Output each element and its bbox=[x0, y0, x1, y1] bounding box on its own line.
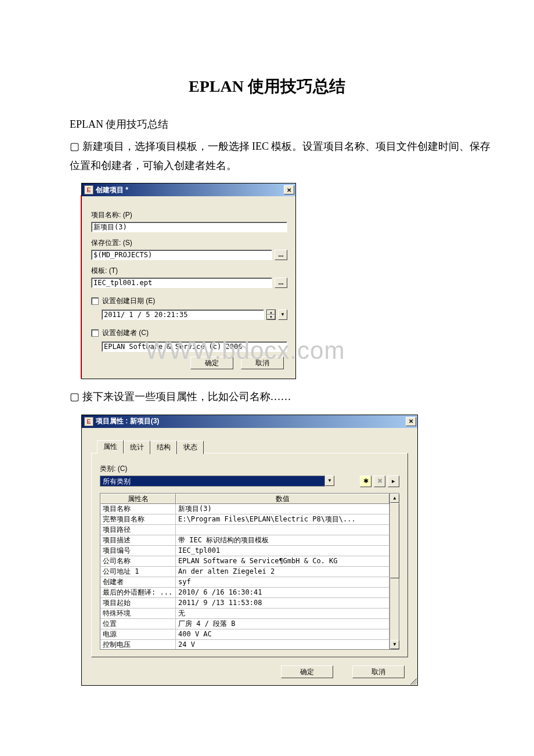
property-value[interactable]: 新项目(3) bbox=[176, 504, 389, 514]
table-row[interactable]: 项目名称新项目(3) bbox=[100, 504, 389, 514]
ok-button[interactable]: 确定 bbox=[281, 665, 333, 678]
delete-item-icon[interactable]: ✖ bbox=[374, 476, 385, 487]
category-label: 类别: (C) bbox=[100, 464, 399, 474]
property-name: 完整项目名称 bbox=[100, 514, 176, 525]
table-row[interactable]: 公司地址 1An der alten Ziegelei 2 bbox=[100, 567, 389, 577]
tab-structure[interactable]: 结构 bbox=[150, 441, 177, 454]
property-name: 公司名称 bbox=[100, 556, 176, 567]
tab-statistics[interactable]: 统计 bbox=[124, 441, 150, 454]
table-row[interactable]: 电源400 V AC bbox=[100, 629, 389, 640]
property-name: 最后的外语翻译: ... bbox=[100, 588, 176, 598]
close-icon[interactable]: ✕ bbox=[284, 185, 294, 195]
creator-field[interactable]: EPLAN Software & Service (c) 2006 bbox=[102, 341, 287, 352]
doc-subtitle: EPLAN 使用技巧总结 bbox=[70, 115, 499, 134]
property-name: 项目编号 bbox=[100, 546, 176, 556]
property-name: 电源 bbox=[100, 629, 176, 640]
titlebar-text: 项目属性 : 新项目(3) bbox=[96, 416, 406, 426]
create-project-dialog: E 创建项目 * ✕ 项目名称: (P) 新项目(3) 保存位置: (S) $(… bbox=[81, 183, 296, 379]
close-icon[interactable]: ✕ bbox=[406, 417, 416, 426]
tab-panel: 类别: (C) 所有类别 ▼ ✱ ✖ ▸ 属性名 数值 bbox=[91, 453, 408, 657]
col-header-value[interactable]: 数值 bbox=[176, 494, 389, 504]
table-row[interactable]: 项目起始2011/ 9 /13 11:53:08 bbox=[100, 598, 389, 609]
set-date-checkbox[interactable] bbox=[91, 297, 99, 305]
table-row[interactable]: 创建者syf bbox=[100, 577, 389, 588]
table-row[interactable]: 完整项目名称E:\Program Files\EPLAN\Electric P8… bbox=[100, 514, 389, 525]
template-field[interactable]: IEC_tpl001.ept bbox=[91, 278, 272, 288]
table-row[interactable]: 公司名称EPLAN Software & Service¶GmbH & Co. … bbox=[100, 556, 389, 567]
property-value[interactable]: 带 IEC 标识结构的项目模板 bbox=[176, 535, 389, 546]
property-value[interactable]: E:\Program Files\EPLAN\Electric P8\项目\..… bbox=[176, 514, 389, 525]
category-select[interactable]: 所有类别 ▼ bbox=[100, 476, 334, 487]
app-icon: E bbox=[84, 185, 93, 195]
category-value: 所有类别 bbox=[100, 476, 325, 487]
cancel-button[interactable]: 取消 bbox=[352, 665, 405, 678]
tab-properties[interactable]: 属性 bbox=[97, 440, 124, 453]
set-creator-label: 设置创建者 (C) bbox=[102, 328, 149, 338]
date-field[interactable]: 2011/ 1 / 5 20:21:35 bbox=[102, 309, 264, 320]
browse-save-path-button[interactable]: ... bbox=[275, 250, 287, 260]
scroll-up-icon[interactable]: ▲ bbox=[390, 494, 399, 503]
ok-button[interactable]: 确定 bbox=[190, 357, 233, 369]
col-header-name[interactable]: 属性名 bbox=[100, 494, 176, 504]
doc-paragraph-1: ▢ 新建项目，选择项目模板，一般选择 IEC 模板。设置项目名称、项目文件创建时… bbox=[70, 137, 499, 175]
scroll-thumb[interactable] bbox=[390, 503, 399, 578]
tab-status[interactable]: 状态 bbox=[177, 441, 204, 454]
property-value[interactable]: 2010/ 6 /16 16:30:41 bbox=[176, 588, 389, 598]
property-value[interactable]: EPLAN Software & Service¶GmbH & Co. KG bbox=[176, 556, 389, 567]
date-spinner[interactable]: ▲▼ bbox=[266, 309, 276, 320]
property-name: 项目起始 bbox=[100, 598, 176, 609]
table-row[interactable]: 控制电压24 V bbox=[100, 640, 389, 649]
chevron-down-icon[interactable]: ▼ bbox=[325, 476, 334, 486]
app-icon: E bbox=[84, 417, 93, 426]
titlebar[interactable]: E 项目属性 : 新项目(3) ✕ bbox=[82, 415, 417, 428]
scroll-down-icon[interactable]: ▼ bbox=[390, 640, 399, 649]
table-row[interactable]: 项目路径 bbox=[100, 525, 389, 535]
table-row[interactable]: 位置厂房 4 / 段落 B bbox=[100, 619, 389, 629]
table-row[interactable]: 项目编号IEC_tpl001 bbox=[100, 546, 389, 556]
next-icon[interactable]: ▸ bbox=[388, 476, 399, 487]
property-name: 项目描述 bbox=[100, 535, 176, 546]
doc-title: EPLAN 使用技巧总结 bbox=[35, 75, 499, 98]
titlebar-text: 创建项目 * bbox=[96, 185, 284, 195]
property-value[interactable]: IEC_tpl001 bbox=[176, 546, 389, 556]
property-name: 项目名称 bbox=[100, 504, 176, 514]
save-path-label: 保存位置: (S) bbox=[91, 238, 287, 248]
doc-paragraph-2: ▢ 接下来设置一些项目属性，比如公司名称…… bbox=[70, 387, 499, 406]
project-name-field[interactable]: 新项目(3) bbox=[91, 222, 287, 232]
property-value[interactable]: 2011/ 9 /13 11:53:08 bbox=[176, 598, 389, 609]
property-name: 控制电压 bbox=[100, 640, 176, 649]
property-name: 特殊环境 bbox=[100, 609, 176, 619]
property-name: 公司地址 1 bbox=[100, 567, 176, 577]
browse-template-button[interactable]: ... bbox=[275, 278, 287, 288]
template-label: 模板: (T) bbox=[91, 266, 287, 276]
cancel-button[interactable]: 取消 bbox=[241, 357, 284, 369]
project-properties-dialog: E 项目属性 : 新项目(3) ✕ 属性 统计 结构 状态 类别: (C) 所有… bbox=[81, 415, 418, 686]
table-row[interactable]: 特殊环境无 bbox=[100, 609, 389, 619]
table-row[interactable]: 最后的外语翻译: ...2010/ 6 /16 16:30:41 bbox=[100, 588, 389, 598]
save-path-field[interactable]: $(MD_PROJECTS) bbox=[91, 250, 272, 260]
property-value[interactable] bbox=[176, 525, 389, 535]
property-value[interactable]: An der alten Ziegelei 2 bbox=[176, 567, 389, 577]
project-name-label: 项目名称: (P) bbox=[91, 210, 287, 220]
titlebar[interactable]: E 创建项目 * ✕ bbox=[82, 183, 295, 196]
property-value[interactable]: 24 V bbox=[176, 640, 389, 649]
tab-bar: 属性 统计 结构 状态 bbox=[97, 440, 409, 453]
property-grid[interactable]: 属性名 数值 项目名称新项目(3)完整项目名称E:\Program Files\… bbox=[100, 493, 399, 650]
property-value[interactable]: syf bbox=[176, 577, 389, 588]
property-value[interactable]: 400 V AC bbox=[176, 629, 389, 640]
scrollbar[interactable]: ▲ ▼ bbox=[389, 494, 399, 649]
date-dropdown-icon[interactable]: ▼ bbox=[278, 309, 287, 320]
table-row[interactable]: 项目描述带 IEC 标识结构的项目模板 bbox=[100, 535, 389, 546]
new-item-icon[interactable]: ✱ bbox=[360, 476, 371, 487]
dialog-accent bbox=[81, 195, 82, 379]
property-name: 项目路径 bbox=[100, 525, 176, 535]
property-value[interactable]: 厂房 4 / 段落 B bbox=[176, 619, 389, 629]
set-date-label: 设置创建日期 (E) bbox=[102, 296, 155, 306]
property-value[interactable]: 无 bbox=[176, 609, 389, 619]
property-name: 位置 bbox=[100, 619, 176, 629]
property-name: 创建者 bbox=[100, 577, 176, 588]
set-creator-checkbox[interactable] bbox=[91, 329, 99, 337]
resize-grip-icon[interactable] bbox=[409, 676, 417, 685]
